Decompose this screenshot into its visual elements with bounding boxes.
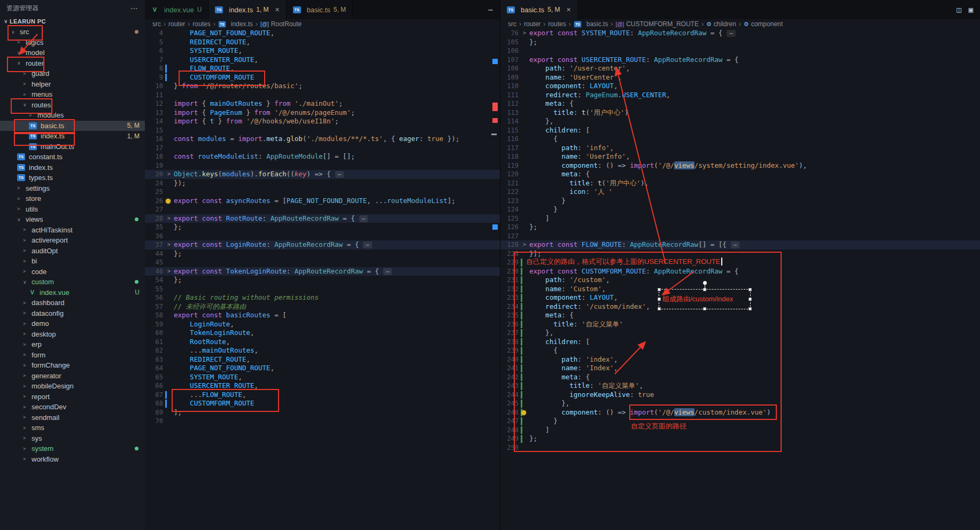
tree-item-workflow[interactable]: >workflow xyxy=(0,454,145,465)
tree-item-auditOpt[interactable]: >auditOpt xyxy=(0,246,145,256)
fold-chevron-icon[interactable]: > xyxy=(167,214,171,223)
close-icon[interactable]: × xyxy=(275,5,279,14)
folded-region-dots[interactable]: ⋯ xyxy=(359,215,368,222)
breadcrumb-router[interactable]: router xyxy=(524,20,541,28)
code-line-10[interactable]: 10} from '/@/router/routes/basic'; xyxy=(145,82,500,91)
code-line-24[interactable]: 24}); xyxy=(145,179,500,188)
code-line-45[interactable]: 45 xyxy=(145,258,500,267)
tree-item-custom[interactable]: ∨custom xyxy=(0,277,145,287)
breadcrumb-component[interactable]: ⚙component xyxy=(744,20,783,28)
code-line-231[interactable]: 231 path: '/custom', xyxy=(500,276,980,285)
code-line-44[interactable]: 44}; xyxy=(145,250,500,259)
code-line-54[interactable]: 54}; xyxy=(145,276,500,285)
code-line-119[interactable]: 119 component: () => import('/@/views/sy… xyxy=(500,161,980,170)
code-line-64[interactable]: 64 PAGE_NOT_FOUND_ROUTE, xyxy=(145,364,500,373)
code-line-108[interactable]: 108 path: '/user-center', xyxy=(500,64,980,73)
tree-item-form[interactable]: >form xyxy=(0,350,145,361)
code-line-125[interactable]: 125 ] xyxy=(500,214,980,223)
code-line-60[interactable]: 60 TokenLoginRoute, xyxy=(145,329,500,338)
code-line-7[interactable]: 7 USERCENTER_ROUTE, xyxy=(145,56,500,65)
tree-item-guard[interactable]: >guard xyxy=(0,68,145,79)
tree-item-mainOut.ts[interactable]: TSmainOut.ts xyxy=(0,142,145,152)
code-line-18[interactable]: 18const routeModuleList: AppRouteModule[… xyxy=(145,152,500,161)
code-line-239[interactable]: 239 { xyxy=(500,346,980,355)
code-line-123[interactable]: 123 } xyxy=(500,197,980,206)
tree-item-sys[interactable]: >sys xyxy=(0,433,145,444)
code-line-17[interactable]: 17 xyxy=(145,144,500,153)
tree-item-types.ts[interactable]: TStypes.ts xyxy=(0,173,145,183)
code-line-244[interactable]: 244 ignoreKeepAlive: true xyxy=(500,391,980,400)
code-line-238[interactable]: 238 children: [ xyxy=(500,338,980,347)
tab-index.vue[interactable]: Vindex.vueU xyxy=(145,0,209,19)
code-line-128[interactable]: 128>export const FLOW_ROUTE: AppRouteRec… xyxy=(500,240,980,250)
code-line-243[interactable]: 243 title: '自定义菜单', xyxy=(500,381,980,391)
code-line-236[interactable]: 236 title: '自定义菜单' xyxy=(500,320,980,329)
tree-item-formChange[interactable]: >formChange xyxy=(0,360,145,371)
tree-item-basic.ts[interactable]: TSbasic.ts5, M xyxy=(0,121,145,131)
code-line-121[interactable]: 121 title: t('用户中心'), xyxy=(500,179,980,188)
code-line-249[interactable]: 249}; xyxy=(500,434,980,443)
tree-item-dataconfig[interactable]: >dataconfig xyxy=(0,308,145,319)
folded-region-dots[interactable]: ⋯ xyxy=(383,268,392,275)
code-line-107[interactable]: 107export const USERCENTER_ROUTE: AppRou… xyxy=(500,56,980,65)
tree-item-system[interactable]: >system xyxy=(0,443,145,454)
code-line-112[interactable]: 112 meta: { xyxy=(500,99,980,108)
code-line-235[interactable]: 235 meta: { xyxy=(500,311,980,320)
folded-region-dots[interactable]: ⋯ xyxy=(731,241,740,248)
code-line-13[interactable]: 13import { PageEnum } from '/@/enums/pag… xyxy=(145,108,500,118)
code-line-116[interactable]: 116 { xyxy=(500,135,980,144)
folded-region-dots[interactable]: ⋯ xyxy=(335,171,344,178)
tree-item-index.vue[interactable]: Vindex.vueU xyxy=(0,287,145,298)
tree-item-sendmail[interactable]: >sendmail xyxy=(0,412,145,423)
tree-item-menus[interactable]: >menus xyxy=(0,89,145,100)
code-line-68[interactable]: 68 CUSTOMFORM_ROUTE xyxy=(145,399,500,408)
tree-item-report[interactable]: >report xyxy=(0,392,145,402)
code-line-76[interactable]: 76>export const SYSTEM_ROUTE: AppRouteRe… xyxy=(500,29,980,38)
breadcrumb-src[interactable]: src xyxy=(152,20,161,28)
code-line-67[interactable]: 67 ...FLOW_ROUTE, xyxy=(145,391,500,400)
code-line-109[interactable]: 109 name: 'UserCenter', xyxy=(500,73,980,82)
code-line-111[interactable]: 111 redirect: PageEnum.USER_CENTER, xyxy=(500,91,980,100)
code-line-124[interactable]: 124 } xyxy=(500,205,980,214)
code-line-113[interactable]: 113 title: t('用户中心') xyxy=(500,108,980,118)
code-line-20[interactable]: 20>Object.keys(modules).forEach((key) =>… xyxy=(145,170,500,179)
code-line-5[interactable]: 5 REDIRECT_ROUTE, xyxy=(145,38,500,47)
code-line-62[interactable]: 62 ...mainOutRoutes, xyxy=(145,346,500,355)
code-line-14[interactable]: 14import { t } from '/@/hooks/web/useI18… xyxy=(145,117,500,126)
code-line-61[interactable]: 61 RootRoute, xyxy=(145,338,500,347)
code-line-122[interactable]: 122 icon: '人 ' xyxy=(500,188,980,197)
code-line-63[interactable]: 63 REDIRECT_ROUTE, xyxy=(145,355,500,364)
code-line-241[interactable]: 241 name: 'Index', xyxy=(500,364,980,373)
breadcrumb-index.ts[interactable]: TSindex.ts xyxy=(218,20,253,28)
breadcrumb-basic.ts[interactable]: TSbasic.ts xyxy=(574,20,608,28)
code-line-246[interactable]: 246 component: () => import('/@/views/cu… xyxy=(500,408,980,417)
tree-item-generator[interactable]: >generator xyxy=(0,371,145,381)
tree-item-desktop[interactable]: >desktop xyxy=(0,329,145,340)
code-line-36[interactable]: 36 xyxy=(145,232,500,241)
tree-item-settings[interactable]: >settings xyxy=(0,183,145,194)
code-line-233[interactable]: 233 component: LAYOUT, xyxy=(500,293,980,302)
tree-item-modules[interactable]: >modules xyxy=(0,110,145,121)
code-line-69[interactable]: 69]; xyxy=(145,408,500,417)
tab-basic.ts[interactable]: TSbasic.ts5, M xyxy=(287,0,353,19)
tree-item-model[interactable]: >model xyxy=(0,48,145,58)
code-line-59[interactable]: 59 LoginRoute, xyxy=(145,320,500,329)
code-line-250[interactable]: 250 xyxy=(500,443,980,453)
tree-item-erp[interactable]: >erp xyxy=(0,339,145,350)
code-line-56[interactable]: 56// Basic routing without permissions xyxy=(145,293,500,302)
tree-item-store[interactable]: >store xyxy=(0,193,145,204)
fold-chevron-icon[interactable]: > xyxy=(167,240,171,250)
lightbulb-icon[interactable] xyxy=(521,410,526,415)
code-line-245[interactable]: 245 }, xyxy=(500,399,980,408)
tree-item-src[interactable]: ∨src xyxy=(0,27,145,37)
code-line-28[interactable]: 28>export const RootRoute: AppRouteRecor… xyxy=(145,214,500,223)
tab-index.ts[interactable]: TSindex.ts1, M× xyxy=(209,0,286,19)
tree-item-utils[interactable]: >utils xyxy=(0,204,145,215)
tree-item-bi[interactable]: >bi xyxy=(0,256,145,267)
breadcrumb-children[interactable]: ⚙children xyxy=(706,20,736,28)
code-line-46[interactable]: 46>export const TokenLoginRoute: AppRout… xyxy=(145,267,500,276)
fold-chevron-icon[interactable]: > xyxy=(523,240,526,250)
tree-item-routes[interactable]: ∨routes xyxy=(0,100,145,111)
tree-item-dashboard[interactable]: >dashboard xyxy=(0,298,145,308)
code-editor-middle[interactable]: 4 PAGE_NOT_FOUND_ROUTE,5 REDIRECT_ROUTE,… xyxy=(145,29,500,530)
